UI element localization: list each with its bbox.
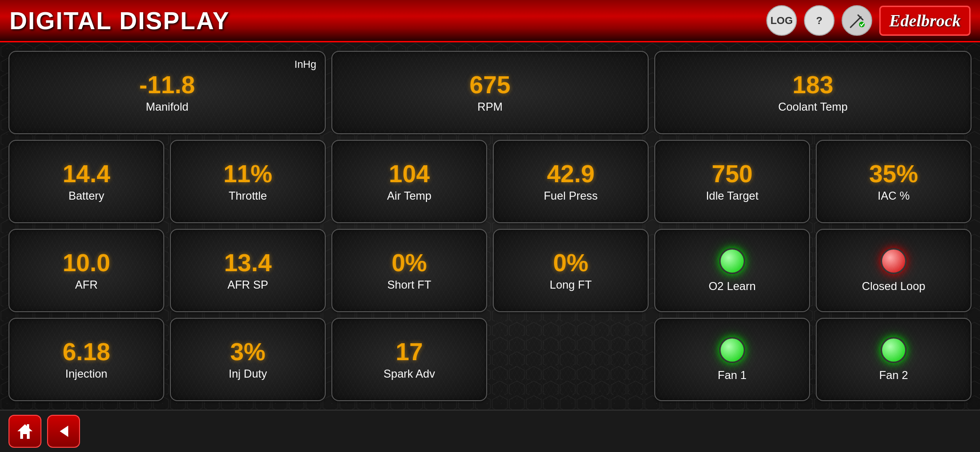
afr-cell: 10.0 AFR xyxy=(8,229,164,312)
injection-value: 6.18 xyxy=(63,339,110,365)
closed-loop-led xyxy=(881,248,907,274)
air-temp-value: 104 xyxy=(389,161,430,187)
short-ft-value: 0% xyxy=(392,250,427,276)
afr-value: 10.0 xyxy=(63,250,110,276)
svg-rect-4 xyxy=(27,424,29,429)
battery-label: Battery xyxy=(68,189,104,202)
rpm-label: RPM xyxy=(477,100,502,113)
battery-cell: 14.4 Battery xyxy=(8,140,164,223)
log-button[interactable]: LOG xyxy=(766,5,797,36)
empty-cell-r4c4 xyxy=(493,318,649,401)
long-ft-value: 0% xyxy=(553,250,588,276)
fuel-press-label: Fuel Press xyxy=(544,189,598,202)
spark-adv-value: 17 xyxy=(396,339,423,365)
injection-cell: 6.18 Injection xyxy=(8,318,164,401)
manifold-label: Manifold xyxy=(146,100,189,113)
help-button[interactable]: ? xyxy=(804,5,835,36)
throttle-label: Throttle xyxy=(229,189,267,202)
short-ft-label: Short FT xyxy=(387,278,431,291)
main-area: InHg -11.8 Manifold 675 RPM 183 Coolant … xyxy=(0,42,980,410)
rpm-cell: 675 RPM xyxy=(331,51,649,134)
afr-sp-label: AFR SP xyxy=(227,278,268,291)
idle-target-cell: 750 Idle Target xyxy=(654,140,810,223)
header-icons: LOG ? Edelbrock xyxy=(766,5,971,36)
footer xyxy=(0,410,980,452)
inj-duty-value: 3% xyxy=(230,339,265,365)
manifold-unit: InHg xyxy=(295,58,316,71)
closed-loop-cell: Closed Loop xyxy=(816,229,972,312)
fan1-led xyxy=(719,337,745,363)
home-button[interactable] xyxy=(8,415,41,448)
throttle-cell: 11% Throttle xyxy=(170,140,326,223)
air-temp-cell: 104 Air Temp xyxy=(331,140,487,223)
coolant-temp-cell: 183 Coolant Temp xyxy=(654,51,972,134)
inj-duty-cell: 3% Inj Duty xyxy=(170,318,326,401)
fan2-led xyxy=(881,337,907,363)
throttle-value: 11% xyxy=(223,161,272,187)
edelbrock-logo: Edelbrock xyxy=(879,6,971,36)
grid-container: InHg -11.8 Manifold 675 RPM 183 Coolant … xyxy=(8,51,972,401)
inj-duty-label: Inj Duty xyxy=(229,367,267,380)
fan1-label: Fan 1 xyxy=(718,369,747,382)
rpm-value: 675 xyxy=(470,72,511,98)
manifold-cell: InHg -11.8 Manifold xyxy=(8,51,326,134)
svg-point-0 xyxy=(859,22,865,27)
idle-target-value: 750 xyxy=(712,161,753,187)
air-temp-label: Air Temp xyxy=(387,189,431,202)
header: DIGITAL DISPLAY LOG ? Edelbrock xyxy=(0,0,980,42)
afr-sp-cell: 13.4 AFR SP xyxy=(170,229,326,312)
injection-label: Injection xyxy=(65,367,107,380)
afr-label: AFR xyxy=(75,278,98,291)
battery-value: 14.4 xyxy=(63,161,110,187)
long-ft-label: Long FT xyxy=(550,278,592,291)
fan1-cell: Fan 1 xyxy=(654,318,810,401)
fuel-press-value: 42.9 xyxy=(547,161,594,187)
svg-marker-5 xyxy=(60,426,68,437)
afr-sp-value: 13.4 xyxy=(224,250,272,276)
svg-marker-3 xyxy=(17,424,32,439)
coolant-temp-value: 183 xyxy=(793,72,834,98)
iac-pct-value: 35% xyxy=(869,161,918,187)
fan2-label: Fan 2 xyxy=(879,369,908,382)
fuel-press-cell: 42.9 Fuel Press xyxy=(493,140,649,223)
o2-learn-led xyxy=(719,248,745,274)
iac-pct-label: IAC % xyxy=(877,189,909,202)
spark-adv-label: Spark Adv xyxy=(384,367,435,380)
settings-icon[interactable] xyxy=(842,5,872,36)
back-button[interactable] xyxy=(47,415,80,448)
short-ft-cell: 0% Short FT xyxy=(331,229,487,312)
o2-learn-cell: O2 Learn xyxy=(654,229,810,312)
idle-target-label: Idle Target xyxy=(706,189,759,202)
spark-adv-cell: 17 Spark Adv xyxy=(331,318,487,401)
header-title: DIGITAL DISPLAY xyxy=(9,7,230,35)
long-ft-cell: 0% Long FT xyxy=(493,229,649,312)
coolant-temp-label: Coolant Temp xyxy=(778,100,848,113)
o2-learn-label: O2 Learn xyxy=(708,280,755,293)
iac-pct-cell: 35% IAC % xyxy=(816,140,972,223)
fan2-cell: Fan 2 xyxy=(816,318,972,401)
manifold-value: -11.8 xyxy=(139,72,195,98)
closed-loop-label: Closed Loop xyxy=(862,280,925,293)
